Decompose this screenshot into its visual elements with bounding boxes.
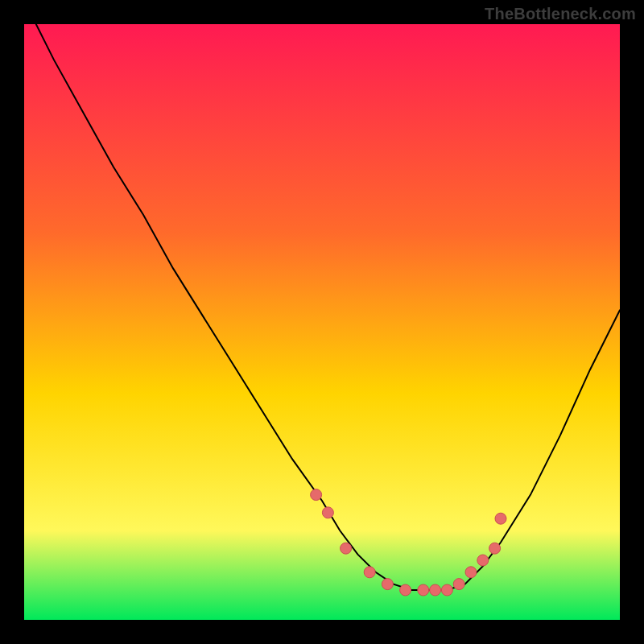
data-point-marker bbox=[364, 567, 375, 578]
data-point-marker bbox=[477, 555, 489, 566]
watermark-text: TheBottleneck.com bbox=[485, 5, 636, 23]
data-point-marker bbox=[489, 543, 501, 554]
data-point-marker bbox=[341, 543, 352, 554]
data-point-marker bbox=[495, 513, 506, 524]
data-point-marker bbox=[430, 584, 441, 596]
data-point-marker bbox=[322, 507, 333, 518]
data-point-marker bbox=[441, 584, 452, 596]
gradient-background bbox=[24, 24, 620, 620]
data-point-marker bbox=[453, 579, 464, 590]
data-point-marker bbox=[418, 584, 429, 596]
data-point-marker bbox=[465, 567, 477, 578]
chart-frame bbox=[24, 24, 620, 620]
data-point-marker bbox=[382, 579, 393, 590]
data-point-marker bbox=[311, 489, 322, 501]
chart-svg bbox=[24, 24, 620, 620]
data-point-marker bbox=[400, 584, 411, 596]
